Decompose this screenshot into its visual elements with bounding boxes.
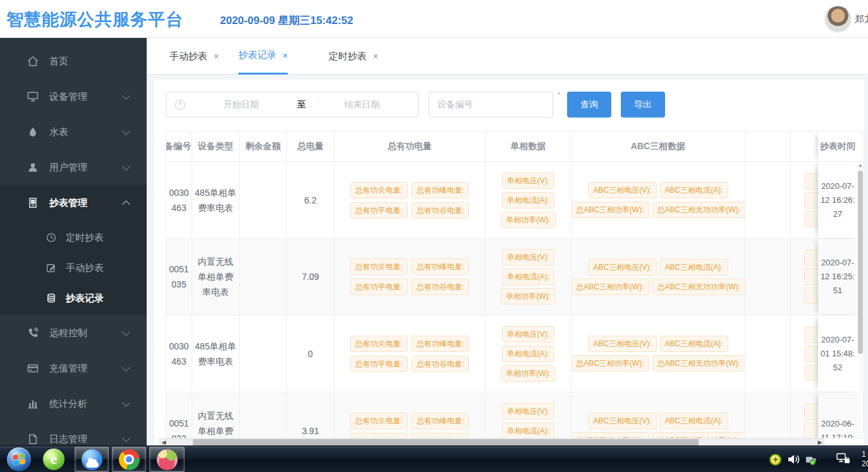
scroll-right-icon[interactable]: ▶ bbox=[816, 439, 824, 445]
table-row: 0051035 内置无线单相单费率电表 7.09 总有功尖电量: 总有功峰电量:… bbox=[166, 239, 864, 315]
energy-tag: 总有功尖电量: bbox=[350, 336, 408, 352]
energy-tag: 总有功峰电量: bbox=[412, 336, 469, 352]
query-button[interactable]: 查询 bbox=[567, 92, 611, 118]
sidebar-item-remote-control[interactable]: 远程控制 bbox=[0, 315, 147, 351]
photo-app-icon bbox=[157, 449, 178, 470]
three-phase-tag: ABC三相电压(V): bbox=[588, 182, 656, 198]
scroll-left-icon[interactable]: ◀ bbox=[160, 439, 168, 445]
export-button[interactable]: 导出 bbox=[621, 92, 665, 118]
close-icon[interactable]: × bbox=[283, 51, 288, 61]
tab-manual-reading[interactable]: 手动抄表 × bbox=[169, 38, 219, 75]
col-hidden bbox=[791, 132, 819, 161]
user-avatar[interactable] bbox=[825, 6, 851, 32]
energy-tag: 总有功谷电量: bbox=[412, 433, 469, 439]
sidebar-item-meter-reading-mgmt[interactable]: 抄表管理 bbox=[0, 185, 147, 221]
col-balance: 剩余金额 bbox=[240, 132, 287, 161]
chevron-up-icon bbox=[122, 200, 130, 209]
taskbar-clock[interactable]: 1 20 bbox=[862, 450, 868, 469]
qq-browser-button[interactable] bbox=[75, 447, 109, 472]
table-row: 0030463 485单相单费率电表 6.2 总有功尖电量: 总有功峰电量: 总… bbox=[166, 162, 864, 239]
energy-tag: 总有功峰电量: bbox=[412, 258, 469, 275]
windows-taskbar: e + 1 20 bbox=[0, 445, 868, 472]
start-button[interactable] bbox=[7, 447, 31, 471]
col-read-time: 抄表时间 bbox=[818, 132, 857, 161]
energy-tag: 总有功峰电量: bbox=[412, 413, 469, 429]
sidebar-item-recharge-mgmt[interactable]: 充值管理 bbox=[0, 351, 147, 386]
sidebar-item-statistics[interactable]: 统计分析 bbox=[0, 386, 147, 421]
three-phase-tag: ABC三相电压(V): bbox=[588, 259, 656, 275]
read-time: 2020-07-01 15:48:52 bbox=[819, 333, 856, 375]
three-phase-tag: ABC三相电流(A): bbox=[660, 182, 728, 198]
col-single-phase: 单相数据 bbox=[486, 132, 572, 161]
total-energy: 7.09 bbox=[287, 239, 334, 315]
chevron-down-icon bbox=[122, 92, 130, 100]
chevron-down-icon bbox=[122, 399, 130, 407]
device-type: 内置无线单相单费率电表 bbox=[195, 408, 236, 439]
energy-tag: 总有功平电量: bbox=[350, 279, 408, 295]
tab-timed-reading[interactable]: 定时抄表 × bbox=[329, 38, 378, 75]
close-icon[interactable]: × bbox=[214, 51, 219, 61]
read-time: 2020-06-11 17:10: bbox=[819, 417, 856, 439]
user-icon bbox=[27, 161, 39, 174]
chrome-button[interactable] bbox=[112, 447, 146, 472]
date-range-input[interactable]: 开始日期 至 结束日期 bbox=[166, 92, 419, 118]
col-total-energy: 总电量 bbox=[287, 132, 334, 161]
vertical-scrollbar[interactable]: ▲ bbox=[857, 162, 864, 438]
sidebar-item-home[interactable]: 首页 bbox=[0, 44, 147, 79]
content-panel: 开始日期 至 结束日期 设备编号 ` 查询 导出 设备编号 设备类型 剩余金额 … bbox=[154, 80, 864, 445]
bar-chart-icon bbox=[27, 397, 39, 410]
chrome-icon bbox=[119, 449, 140, 470]
energy-tag: 总有功谷电量: bbox=[412, 356, 469, 372]
three-phase-tag: 总ABC三相无功功率(W): bbox=[652, 355, 745, 372]
single-phase-tag: 单相功率(W): bbox=[501, 212, 556, 228]
energy-tag: 总有功平电量: bbox=[350, 356, 408, 372]
qq-browser-icon bbox=[82, 449, 102, 470]
sidebar-item-timed-reading[interactable]: 定时抄表 bbox=[0, 222, 147, 253]
device-no-input[interactable]: 设备编号 bbox=[429, 92, 553, 118]
read-time: 2020-07-12 16:25:51 bbox=[819, 256, 856, 298]
main-content: 手动抄表 × 抄表记录 × 定时抄表 × 开始日期 至 结束日期 设备编号 ` … bbox=[147, 38, 868, 445]
sidebar-item-manual-reading[interactable]: 手动抄表 bbox=[0, 253, 147, 283]
vertical-scrollbar-thumb[interactable] bbox=[858, 171, 863, 354]
sidebar-item-reading-records[interactable]: 抄表记录 bbox=[0, 283, 147, 313]
single-phase-tag: 单相电流(A): bbox=[502, 346, 554, 362]
col-active-energy: 总有功电量 bbox=[334, 132, 486, 161]
col-three-phase: ABC三相数据 bbox=[572, 132, 745, 161]
scroll-up-icon[interactable]: ▲ bbox=[858, 163, 863, 168]
usb-device-icon[interactable] bbox=[804, 453, 818, 466]
photo-app-button[interactable] bbox=[149, 447, 185, 472]
network-icon[interactable] bbox=[836, 452, 851, 466]
balance bbox=[240, 239, 287, 315]
total-energy: 0 bbox=[287, 315, 334, 392]
username-label[interactable]: 郑龙 bbox=[855, 13, 868, 25]
stray-backtick: ` bbox=[558, 91, 561, 102]
read-time: 2020-07-12 16:26:27 bbox=[819, 179, 856, 221]
close-icon[interactable]: × bbox=[373, 51, 378, 61]
three-phase-tag: 总ABC三相功率(W): bbox=[572, 355, 649, 372]
single-phase-tag: 单相功率(W): bbox=[501, 288, 556, 305]
sidebar-item-water-meter[interactable]: 水表 bbox=[0, 114, 147, 150]
balance bbox=[240, 315, 287, 392]
green-e-browser-icon[interactable]: e bbox=[43, 449, 64, 470]
three-phase-tag: ABC三相电压(V): bbox=[588, 336, 656, 352]
horizontal-scrollbar-thumb[interactable] bbox=[193, 439, 699, 445]
speaker-icon[interactable] bbox=[788, 454, 800, 465]
single-phase-tag: 单相电压(V): bbox=[502, 172, 554, 189]
sidebar-item-user-mgmt[interactable]: 用户管理 bbox=[0, 150, 147, 185]
chevron-down-icon bbox=[122, 363, 130, 372]
three-phase-tag: ABC三相电压(V): bbox=[588, 413, 656, 429]
col-device-no: 设备编号 bbox=[166, 132, 192, 161]
tab-reading-records[interactable]: 抄表记录 × bbox=[238, 38, 288, 75]
device-type: 485单相单费率电表 bbox=[195, 185, 236, 215]
energy-tag: 总有功谷电量: bbox=[412, 279, 469, 295]
sidebar-item-device-mgmt[interactable]: 设备管理 bbox=[0, 79, 147, 114]
360-safety-tray-icon[interactable]: + bbox=[769, 454, 781, 466]
energy-tag: 总有功尖电量: bbox=[350, 182, 408, 198]
table-row: 0030463 485单相单费率电表 0 总有功尖电量: 总有功峰电量: 总有功… bbox=[166, 315, 864, 392]
three-phase-tag: 总ABC三相功率(W): bbox=[572, 279, 649, 295]
range-separator: 至 bbox=[297, 99, 306, 111]
total-energy: 6.2 bbox=[287, 162, 334, 238]
single-phase-tag: 单相电压(V): bbox=[502, 326, 554, 342]
single-phase-tag: 单相电压(V): bbox=[502, 403, 554, 420]
device-no: 0051035 bbox=[168, 262, 191, 292]
